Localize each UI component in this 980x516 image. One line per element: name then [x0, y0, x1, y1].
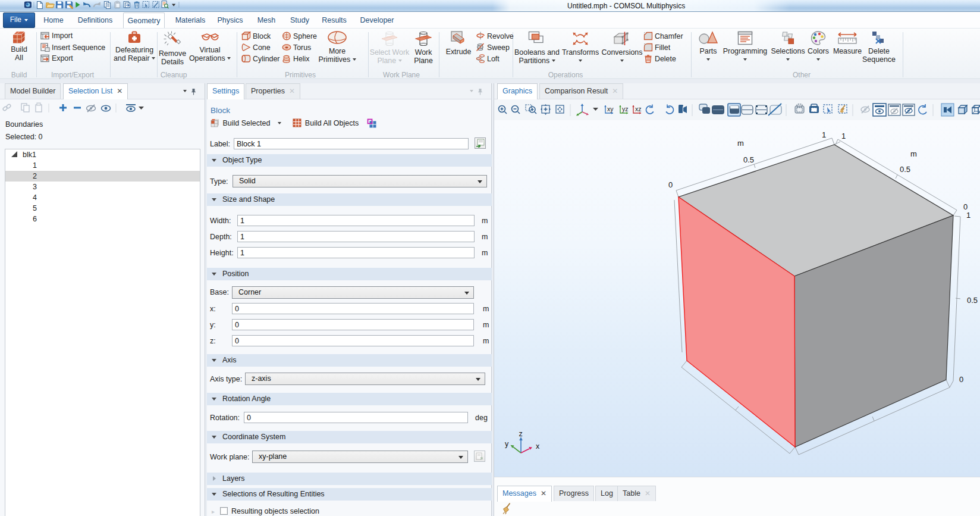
- svg-text:0: 0: [959, 375, 963, 384]
- svg-text:x: x: [536, 442, 540, 451]
- svg-text:m: m: [910, 149, 917, 158]
- svg-text:xy: xy: [607, 105, 614, 112]
- svg-text:0.5: 0.5: [900, 165, 910, 174]
- svg-text:xz: xz: [635, 105, 642, 112]
- svg-text:y: y: [505, 440, 509, 448]
- svg-text:0.5: 0.5: [967, 296, 978, 305]
- svg-text:z: z: [519, 430, 523, 438]
- svg-text:m: m: [737, 139, 744, 148]
- svg-text:0.5: 0.5: [743, 155, 754, 164]
- svg-text:1: 1: [822, 130, 826, 139]
- svg-text:0: 0: [963, 202, 968, 211]
- svg-text:1: 1: [966, 211, 970, 220]
- svg-text:yz: yz: [622, 105, 629, 112]
- svg-text:1: 1: [841, 132, 846, 140]
- svg-text:0: 0: [668, 180, 673, 189]
